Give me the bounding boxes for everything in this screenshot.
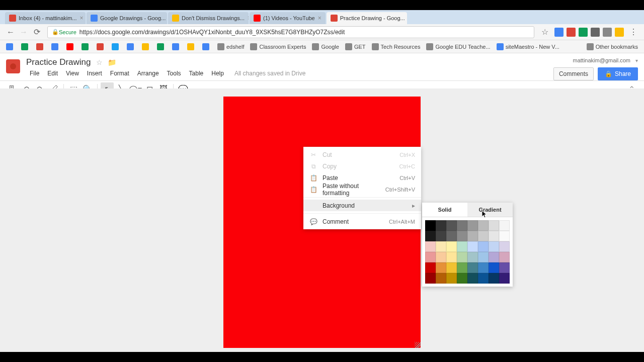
color-swatch[interactable] <box>478 262 489 273</box>
color-swatch[interactable] <box>499 252 510 262</box>
color-swatch[interactable] <box>478 220 489 231</box>
user-email[interactable]: mattinakim@gmail.com <box>573 57 630 63</box>
menu-icon[interactable]: ⋮ <box>628 27 639 38</box>
color-swatch[interactable] <box>467 220 478 231</box>
color-swatch[interactable] <box>489 220 499 231</box>
tab-youtube[interactable]: (1) Videos - YouTube× <box>250 12 326 24</box>
drawings-logo-icon[interactable] <box>6 59 20 73</box>
back-button[interactable]: ← <box>5 27 16 38</box>
url-input[interactable]: 🔒 Secure https://docs.google.com/drawing… <box>47 26 534 38</box>
color-swatch[interactable] <box>457 241 467 252</box>
bookmark-item[interactable]: Google EDU Teache... <box>424 42 492 51</box>
color-swatch[interactable] <box>457 262 467 273</box>
color-swatch[interactable] <box>457 220 467 231</box>
reload-button[interactable]: ⟳ <box>31 27 42 38</box>
menu-view[interactable]: View <box>62 68 83 78</box>
menu-edit[interactable]: Edit <box>44 68 61 78</box>
ctx-background[interactable]: Background▸ <box>303 200 421 211</box>
color-swatch[interactable] <box>436 231 446 241</box>
folder-icon[interactable]: 📁 <box>108 58 116 66</box>
color-swatch[interactable] <box>478 241 489 252</box>
ext-icon[interactable] <box>603 28 612 37</box>
color-swatch[interactable] <box>446 252 457 262</box>
menu-tools[interactable]: Tools <box>164 68 185 78</box>
close-icon[interactable]: × <box>80 15 84 22</box>
color-swatch[interactable] <box>436 273 446 284</box>
tab-gradient[interactable]: Gradient <box>467 203 513 217</box>
color-swatch[interactable] <box>425 220 436 231</box>
bookmark-item[interactable]: siteMaestro - New V... <box>495 42 561 51</box>
document-title[interactable]: Practice Drawing <box>26 57 91 67</box>
bookmark-item[interactable] <box>200 42 213 51</box>
tab-practice-drawing[interactable]: Practice Drawing - Goog...× <box>327 12 407 24</box>
color-swatch[interactable] <box>425 241 436 252</box>
bookmark-item[interactable] <box>34 42 47 51</box>
color-swatch[interactable] <box>436 241 446 252</box>
bookmark-item[interactable] <box>125 42 138 51</box>
bookmark-item[interactable] <box>4 42 17 51</box>
canvas-area[interactable]: ✂CutCtrl+X⧉CopyCtrl+C📋PasteCtrl+V📋Paste … <box>0 88 644 352</box>
ext-icon[interactable] <box>615 28 624 37</box>
star-icon[interactable]: ☆ <box>539 27 550 38</box>
comments-button[interactable]: Comments <box>553 67 594 80</box>
color-swatch[interactable] <box>457 252 467 262</box>
tab-inbox[interactable]: Inbox (4) - mattinakim...× <box>5 12 86 24</box>
menu-table[interactable]: Table <box>186 68 207 78</box>
ext-icon[interactable] <box>567 28 576 37</box>
color-swatch[interactable] <box>436 252 446 262</box>
close-icon[interactable]: × <box>248 15 249 22</box>
color-swatch[interactable] <box>478 273 489 284</box>
tab-drawings[interactable]: Google Drawings - Goog...× <box>87 12 167 24</box>
menu-arrange[interactable]: Arrange <box>134 68 163 78</box>
color-swatch[interactable] <box>499 231 510 241</box>
color-swatch[interactable] <box>457 231 467 241</box>
color-swatch[interactable] <box>446 273 457 284</box>
color-swatch[interactable] <box>467 273 478 284</box>
bookmark-item[interactable]: Tech Resources <box>370 42 423 51</box>
color-swatch[interactable] <box>467 241 478 252</box>
color-swatch[interactable] <box>425 273 436 284</box>
star-icon[interactable]: ☆ <box>96 58 103 66</box>
color-swatch[interactable] <box>489 273 499 284</box>
bookmark-item[interactable]: Google <box>310 42 341 51</box>
menu-insert[interactable]: Insert <box>84 68 106 78</box>
share-button[interactable]: 🔒Share <box>598 67 638 80</box>
color-swatch[interactable] <box>478 252 489 262</box>
bookmark-item[interactable] <box>185 42 198 51</box>
bookmark-item[interactable] <box>64 42 77 51</box>
ext-icon[interactable] <box>579 28 588 37</box>
color-swatch[interactable] <box>489 231 499 241</box>
bookmark-item[interactable] <box>140 42 153 51</box>
menu-file[interactable]: File <box>26 68 43 78</box>
color-swatch[interactable] <box>467 262 478 273</box>
other-bookmarks[interactable]: Other bookmarks <box>585 42 640 51</box>
bookmark-item[interactable] <box>155 42 168 51</box>
bookmark-item[interactable] <box>79 42 93 51</box>
color-swatch[interactable] <box>489 252 499 262</box>
bookmark-item[interactable]: GET <box>343 42 368 51</box>
color-swatch[interactable] <box>425 231 436 241</box>
color-swatch[interactable] <box>446 220 457 231</box>
color-swatch[interactable] <box>499 220 510 231</box>
close-icon[interactable]: × <box>318 15 321 22</box>
color-swatch[interactable] <box>457 273 467 284</box>
color-swatch[interactable] <box>436 262 446 273</box>
bookmark-item[interactable] <box>95 42 108 51</box>
color-swatch[interactable] <box>478 231 489 241</box>
menu-help[interactable]: Help <box>208 68 227 78</box>
color-swatch[interactable] <box>499 262 510 273</box>
ctx-paste-without-formatting[interactable]: 📋Paste without formattingCtrl+Shift+V <box>303 184 421 195</box>
bookmark-item[interactable]: Classroom Experts <box>248 42 308 51</box>
color-swatch[interactable] <box>499 273 510 284</box>
tab-dismiss[interactable]: Don't Dismiss Drawings...× <box>168 12 249 24</box>
color-swatch[interactable] <box>446 241 457 252</box>
color-swatch[interactable] <box>446 262 457 273</box>
ctx-comment[interactable]: 💬CommentCtrl+Alt+M <box>303 216 421 227</box>
color-swatch[interactable] <box>446 231 457 241</box>
color-swatch[interactable] <box>489 262 499 273</box>
bookmark-item[interactable] <box>170 42 183 51</box>
tab-solid[interactable]: Solid <box>422 203 467 217</box>
color-swatch[interactable] <box>467 252 478 262</box>
color-swatch[interactable] <box>499 241 510 252</box>
ext-icon[interactable] <box>591 28 600 37</box>
